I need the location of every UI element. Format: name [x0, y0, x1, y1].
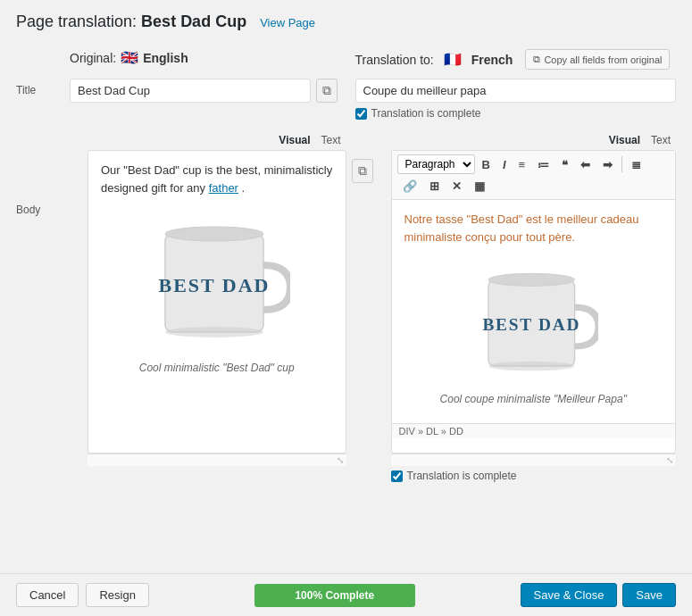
original-text-tab[interactable]: Text [315, 132, 346, 148]
original-mug-svg: BEST DAD [143, 207, 290, 354]
translation-mug-svg: BEST DAD [469, 256, 598, 386]
footer-bar: Cancel Resign 100% Complete Save & Close… [0, 573, 692, 616]
svg-text:BEST DAD: BEST DAD [482, 315, 580, 334]
translation-editor-container: Paragraph B I ≡ ≔ ❝ ⬅ ➡ ≣ 🔗 ⊞ ✕ ▦ [391, 150, 677, 454]
original-language: English [143, 51, 188, 65]
translation-editor-tabs: Visual Text [391, 132, 677, 148]
svg-point-3 [165, 327, 263, 337]
original-column-header: Original: 🇬🇧 English [16, 49, 338, 79]
link-button[interactable]: 🔗 [397, 176, 422, 196]
page-header: Page translation: Best Dad Cup View Page [0, 0, 692, 40]
title-original-side: Title ⧉ [16, 79, 338, 120]
footer-right: Save & Close Save [521, 583, 676, 607]
align-right-button[interactable]: ➡ [597, 154, 618, 174]
save-close-button[interactable]: Save & Close [521, 583, 618, 607]
column-headers: Original: 🇬🇧 English Translation to: 🇫🇷 … [16, 49, 676, 79]
image-button[interactable]: ⊞ [424, 176, 445, 196]
translation-resize-handle[interactable]: ⤡ [391, 454, 677, 466]
translation-header-label: Translation to: [355, 53, 434, 67]
translation-text-tab[interactable]: Text [646, 132, 676, 148]
italic-button[interactable]: I [497, 154, 512, 174]
save-button[interactable]: Save [622, 583, 676, 607]
translation-visual-tab[interactable]: Visual [604, 132, 646, 148]
original-editor-container: Our "Best Dad" cup is the best, minimali… [88, 150, 346, 454]
cancel-button[interactable]: Cancel [16, 583, 79, 607]
title-translation-side: Translation is complete [355, 79, 677, 120]
paragraph-select[interactable]: Paragraph [397, 154, 475, 174]
progress-bar: 100% Complete [254, 584, 415, 607]
svg-point-7 [488, 362, 575, 371]
progress-bar-wrapper: 100% Complete [254, 584, 415, 607]
original-mug-image: BEST DAD [101, 204, 333, 358]
translation-flag: 🇫🇷 [444, 51, 462, 68]
svg-point-1 [165, 227, 263, 241]
grid-button[interactable]: ▦ [469, 176, 490, 196]
original-body-text: Our "Best Dad" cup is the best, minimali… [101, 162, 333, 196]
copy-icon: ⧉ [533, 54, 540, 65]
title-copy-button[interactable]: ⧉ [316, 79, 338, 103]
original-editor-tabs: Visual Text [88, 132, 346, 148]
translation-column-header: Translation to: 🇫🇷 French ⧉ Copy all fie… [355, 49, 677, 79]
body-field-row: Body Visual Text Our "Best Dad" cup is t… [16, 132, 676, 482]
resign-button[interactable]: Resign [86, 583, 148, 607]
table-button[interactable]: ✕ [446, 176, 467, 196]
body-label: Body [16, 132, 70, 482]
svg-text:BEST DAD: BEST DAD [159, 274, 271, 296]
body-translation-complete: Translation is complete [391, 470, 677, 482]
title-translation-input[interactable] [355, 79, 677, 103]
original-visual-tab[interactable]: Visual [273, 132, 315, 148]
progress-label: 100% Complete [295, 589, 374, 602]
title-complete-checkbox[interactable] [355, 108, 367, 120]
breadcrumb-bar: DIV » DL » DD [392, 423, 676, 438]
unordered-list-button[interactable]: ≡ [513, 154, 531, 174]
translation-editor-content: Notre tasse "Best Dad" est le meilleur c… [392, 200, 676, 423]
body-original-inner: Visual Text Our "Best Dad" cup is the be… [88, 132, 346, 466]
body-complete-label: Translation is complete [407, 470, 517, 482]
title-original-input[interactable] [70, 79, 311, 103]
body-copy-button[interactable]: ⧉ [352, 159, 373, 183]
original-link[interactable]: father [209, 181, 238, 195]
footer-left: Cancel Resign [16, 583, 149, 607]
title-field-row: Title ⧉ Translation is complete [16, 79, 676, 120]
body-complete-checkbox[interactable] [391, 470, 403, 482]
title-label: Title [16, 79, 70, 96]
copy-all-fields-button[interactable]: ⧉ Copy all fields from original [525, 49, 670, 70]
translation-caption: Cool coupe minimaliste "Meilleur Papa" [404, 393, 663, 412]
blockquote-button[interactable]: ❝ [556, 154, 573, 174]
title-complete-label: Translation is complete [371, 107, 481, 120]
view-page-link[interactable]: View Page [260, 16, 315, 29]
title-translation-complete: Translation is complete [355, 107, 677, 120]
page-title: Page translation: Best Dad Cup [16, 12, 251, 30]
align-full-button[interactable]: ≣ [626, 154, 646, 174]
bold-button[interactable]: B [477, 154, 496, 174]
body-original-wrapper: Visual Text Our "Best Dad" cup is the be… [88, 132, 373, 482]
editor-toolbar: Paragraph B I ≡ ≔ ❝ ⬅ ➡ ≣ 🔗 ⊞ ✕ ▦ [392, 151, 676, 200]
original-flag: 🇬🇧 [121, 49, 138, 66]
ordered-list-button[interactable]: ≔ [532, 154, 554, 174]
original-resize-handle[interactable]: ⤡ [88, 454, 346, 466]
original-editor-content: Our "Best Dad" cup is the best, minimali… [88, 151, 346, 392]
translation-mug-image: BEST DAD [404, 253, 663, 389]
toolbar-separator [621, 156, 622, 172]
align-left-button[interactable]: ⬅ [575, 154, 596, 174]
title-original-input-wrapper [70, 79, 311, 103]
original-header-label: Original: [70, 51, 116, 65]
breadcrumb: DIV » DL » DD [399, 426, 463, 437]
translation-language: French [471, 53, 513, 67]
original-caption: Cool minimalistic "Best Dad" cup [101, 362, 333, 381]
body-translation-wrapper: Visual Text Paragraph B I ≡ ≔ ❝ ⬅ ➡ ≣ [391, 132, 677, 482]
main-content: Original: 🇬🇧 English Translation to: 🇫🇷 … [0, 40, 692, 500]
svg-point-5 [488, 273, 575, 286]
translation-body-text: Notre tasse "Best Dad" est le meilleur c… [404, 211, 663, 246]
